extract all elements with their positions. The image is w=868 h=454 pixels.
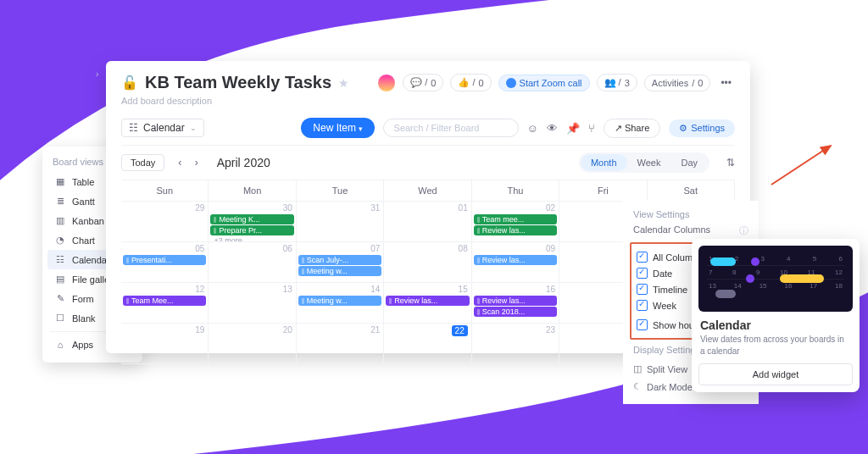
person-icon[interactable]: ☺ (527, 122, 538, 135)
home-icon: ⌂ (54, 340, 66, 350)
date-number: 20 (283, 325, 292, 335)
calendar-event[interactable]: Prepare Pr... (210, 225, 293, 235)
calendar-cell[interactable]: 19 (121, 324, 209, 364)
prev-month-button[interactable]: ‹ (173, 155, 186, 170)
calendar-cell[interactable]: 14Meeting w... (297, 283, 384, 324)
people-count[interactable]: 👥 / 3 (597, 74, 637, 91)
eye-icon[interactable]: 👁 (547, 122, 558, 135)
zoom-button[interactable]: Start Zoom call (498, 75, 590, 91)
settings-button[interactable]: ⚙ Settings (669, 119, 735, 137)
new-item-button[interactable]: New Item (301, 118, 374, 138)
day-header: Sun (121, 180, 209, 202)
lock-icon: 🔓 (121, 75, 138, 91)
month-label: April 2020 (217, 156, 270, 169)
seg-month[interactable]: Month (581, 154, 627, 171)
calendar-event[interactable]: Meeting w... (298, 296, 381, 306)
view-selector[interactable]: ☷ Calendar ⌄ (121, 119, 204, 137)
checkbox-icon (637, 268, 648, 279)
calendar-event[interactable]: Presentati... (123, 255, 206, 265)
sort-icon[interactable]: ⇅ (726, 157, 735, 169)
date-number: 08 (459, 244, 468, 253)
calendar-event[interactable]: Review las... (474, 225, 557, 235)
seg-day[interactable]: Day (670, 154, 708, 171)
widget-title: Calendar (700, 318, 851, 332)
date-number: 29 (195, 203, 204, 213)
chat-count[interactable]: 💬 / 0 (403, 74, 443, 91)
calendar-cell[interactable]: 23 (472, 324, 559, 364)
more-menu-icon[interactable]: ••• (717, 74, 735, 92)
calendar-cell[interactable]: 31 (297, 202, 384, 242)
board-title: KB Team Weekly Tasks (145, 73, 331, 92)
calendar-event[interactable]: Team Mee... (123, 296, 206, 306)
calendar-cell[interactable]: 20 (209, 324, 296, 364)
form-icon: ✎ (54, 293, 66, 304)
today-button[interactable]: Today (121, 154, 164, 171)
calendar-event[interactable]: Review las... (474, 296, 557, 306)
apps-label: Apps (72, 340, 93, 350)
day-header: Tue (297, 180, 384, 202)
checkbox-icon (637, 300, 648, 311)
pin-icon[interactable]: 📌 (566, 122, 580, 135)
calendar-cell[interactable]: 16Review las...Scan 2018... (472, 283, 559, 324)
date-number: 01 (459, 203, 468, 213)
toolbar-primary: ☷ Calendar ⌄ New Item Search / Filter Bo… (121, 118, 735, 146)
table-icon: ▦ (54, 176, 66, 187)
calendar-event[interactable]: Meeting K... (210, 214, 293, 224)
toolbar-calendar-nav: Today ‹ › April 2020 Month Week Day ⇅ (121, 152, 735, 173)
date-number: 31 (370, 203, 380, 213)
calendar-cell[interactable]: 21 (297, 324, 384, 364)
calendar-cell[interactable]: 13 (209, 283, 296, 324)
gear-icon: ⚙ (679, 123, 687, 134)
calendar-event[interactable]: Review las... (386, 296, 469, 306)
calendar-event[interactable]: Scan 2018... (474, 307, 557, 317)
next-month-button[interactable]: › (190, 155, 203, 170)
date-number: 22 (452, 325, 468, 336)
chevron-down-icon: ⌄ (190, 124, 197, 132)
widget-preview: 123456 789101112 131415161718 (698, 246, 853, 312)
calendar-event[interactable]: Meeting w... (298, 266, 381, 276)
info-icon[interactable]: ⓘ (739, 224, 748, 237)
calendar-cell[interactable]: 02Team mee...Review las... (472, 202, 559, 242)
calendar-cell[interactable]: 01 (384, 202, 471, 242)
avatar[interactable] (377, 74, 396, 92)
checkbox-icon (637, 252, 648, 263)
calendar-event[interactable]: Team mee... (474, 214, 557, 224)
calendar-icon: ☷ (129, 122, 138, 134)
calendar-cell[interactable]: 05Presentati... (121, 242, 209, 283)
calendar-cell[interactable]: 22 (384, 324, 471, 364)
more-events[interactable]: +2 more (210, 236, 293, 242)
moon-icon: ☾ (633, 381, 642, 392)
chart-icon: ◔ (54, 235, 66, 246)
calendar-cell[interactable]: 12Team Mee... (121, 283, 209, 324)
date-number: 07 (370, 244, 380, 253)
share-button[interactable]: ↗ Share (604, 119, 660, 138)
calendar-event[interactable]: Review las... (474, 255, 557, 265)
date-number: 06 (283, 244, 292, 253)
collapse-icon[interactable]: › (96, 69, 98, 79)
calendar-cell[interactable]: 08 (384, 242, 471, 283)
calendar-columns-label: Calendar Columns ⓘ (633, 224, 748, 237)
date-number: 23 (546, 325, 555, 335)
star-icon[interactable]: ★ (338, 76, 349, 90)
view-settings-header: View Settings (633, 209, 748, 219)
checkbox-icon (637, 319, 648, 330)
seg-week[interactable]: Week (627, 154, 671, 171)
calendar-cell[interactable]: 15Review las... (384, 283, 471, 324)
calendar-cell[interactable]: 09Review las... (472, 242, 559, 283)
board-subtitle[interactable]: Add board description (121, 96, 735, 106)
calendar-cell[interactable]: 06 (209, 242, 296, 283)
date-number: 14 (370, 285, 380, 294)
date-number: 30 (283, 203, 292, 213)
calendar-icon: ☷ (54, 254, 66, 265)
add-widget-button[interactable]: Add widget (698, 363, 853, 385)
calendar-cell[interactable]: 29 (121, 202, 209, 242)
date-number: 13 (283, 285, 292, 294)
calendar-widget-card: 123456 789101112 131415161718 Calendar V… (692, 239, 860, 392)
calendar-event[interactable]: Scan July-... (298, 255, 381, 265)
filter-icon[interactable]: ⑂ (588, 122, 595, 135)
like-count[interactable]: 👍 / 0 (450, 74, 491, 91)
calendar-cell[interactable]: 30Meeting K...Prepare Pr...+2 more (209, 202, 296, 242)
activities-pill[interactable]: Activities / 0 (644, 75, 711, 91)
calendar-cell[interactable]: 07Scan July-...Meeting w... (297, 242, 384, 283)
search-input[interactable]: Search / Filter Board (383, 119, 519, 137)
